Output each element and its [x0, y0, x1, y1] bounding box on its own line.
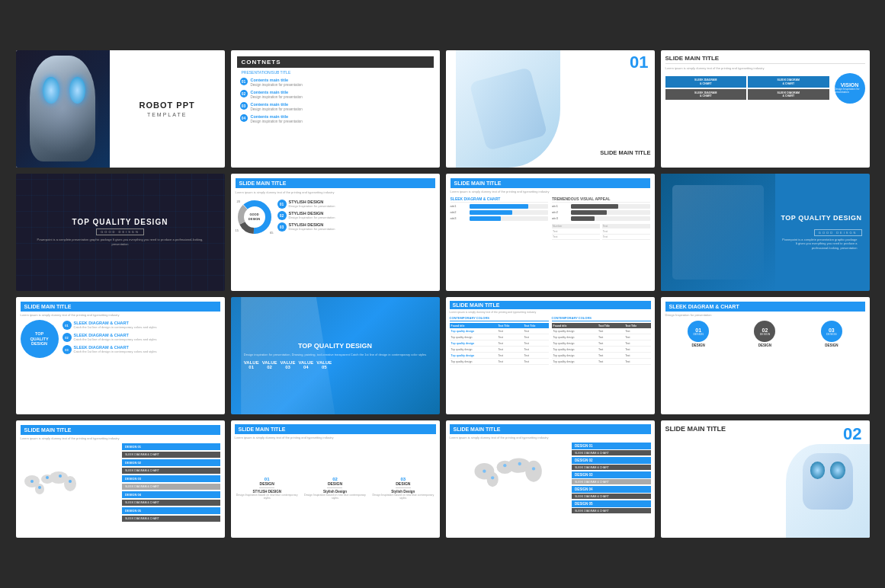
- slides-grid: ROBOT PPT TEMPLATE CONTNETS PRESENTATION…: [16, 50, 870, 538]
- bar-row-3: attr3: [451, 216, 549, 221]
- th-1-1: Found title: [450, 323, 497, 328]
- vision-subtext: Design Inspiration for presentation: [835, 88, 865, 94]
- circle-item-sub-2: Catch the 1st line of design in contempo…: [74, 337, 157, 341]
- design-item-2: 02 STYLISH DESIGN Design Inspiration for…: [277, 211, 335, 220]
- val-num-5: VALUE05: [316, 360, 332, 369]
- slide-8[interactable]: TOP QUALITY DESIGN GOOD DEISGN Powerpoin…: [661, 174, 870, 291]
- dl-4: DESIGN 04: [572, 486, 651, 493]
- circles-row: 01DESIGN DESIGN 02DESIGN DESIGN 03DESIGN…: [665, 321, 865, 347]
- pie-sub: Lorem ipsum is simply dummy text of the …: [21, 436, 220, 440]
- svg-point-19: [483, 470, 486, 473]
- bar-outer-2: [470, 210, 549, 215]
- circle-item-d1: 01DESIGN DESIGN: [688, 321, 709, 347]
- val-num-4: VALUE04: [298, 360, 313, 369]
- table-1: Found titleText TitleText Title Top qual…: [450, 323, 549, 365]
- donut-sub: Lorem ipsum is simply dummy text of the …: [236, 190, 435, 194]
- circle-item-2: 02 SLEEK DIAGRAM & CHART Catch the 1st l…: [63, 333, 220, 342]
- bar-outer-5: [571, 210, 650, 215]
- slide-2[interactable]: CONTNETS PRESENTATION/SUB TITLE 01 Conte…: [231, 50, 440, 168]
- svg-point-21: [518, 462, 521, 465]
- slide-13[interactable]: SLIDE MAIN TITLE Lorem ipsum is simply d…: [16, 420, 225, 538]
- th-2-2: Text Title: [597, 323, 624, 328]
- robot-person-image: [661, 174, 776, 291]
- design-list-3: DESIGN 03: [122, 475, 220, 482]
- quality-blue-desc: Powerpoint is a complete presentation gr…: [781, 238, 857, 251]
- bar-label-2: attr2: [451, 210, 470, 214]
- d-line-1: [259, 487, 274, 488]
- slide-12[interactable]: SLEEK DIAGRAM & CHART Design Inspiration…: [661, 297, 870, 414]
- bars-sections: SLEEK DIAGRAM & CHART attr1 attr2 attr3 …: [451, 197, 650, 240]
- bar-label-1: attr1: [451, 204, 470, 208]
- vision-diagram: SLEEK DIAGRAM& CHART SLEEK DIAGRAM& CHAR…: [665, 73, 865, 104]
- d-line-3: [396, 487, 411, 488]
- map-list-top-bar: SLIDE MAIN TITLE: [450, 424, 651, 434]
- svg-point-12: [69, 480, 72, 483]
- item-circle-1: 01: [277, 200, 287, 209]
- tbl-header-2: CONTEMPORARY COLORS: [552, 316, 651, 321]
- svg-point-18: [486, 472, 498, 487]
- d-sub-1: Design Inspiration based on new blue con…: [235, 494, 300, 500]
- design-list-items: DESIGN 01 SLEEK DIAGRAM & CHART DESIGN 0…: [122, 443, 220, 522]
- dl-3: DESIGN 03: [572, 471, 651, 478]
- slide-3[interactable]: 01 SLIDE MAIN TITLE: [446, 50, 655, 168]
- bar-outer-6: [571, 216, 650, 221]
- circle-sub: Lorem ipsum is simply dummy text of the …: [21, 313, 220, 317]
- slide-4[interactable]: SLIDE MAIN TITLE Lorem ipsum is simply d…: [661, 50, 870, 168]
- c2-label: DESIGN: [760, 333, 770, 336]
- vision-sub: Lorem ipsum is simply dummy text of the …: [665, 66, 865, 70]
- bar-fill-5: [571, 210, 607, 215]
- val-5: VALUE05: [316, 360, 332, 369]
- bar-fill-1: [470, 204, 529, 209]
- pie-content: DESIGN 01 SLEEK DIAGRAM & CHART DESIGN 0…: [21, 443, 220, 522]
- design-items: 01 STYLISH DESIGN Design Inspiration for…: [277, 200, 335, 234]
- design-num-sub: Lorem ipsum is simply dummy text of the …: [235, 436, 436, 439]
- c3-design-label: DESIGN: [825, 344, 838, 347]
- donut-top-bar: SLIDE MAIN TITLE: [236, 178, 435, 188]
- slide-14[interactable]: SLIDE MAIN TITLE Lorem ipsum is simply d…: [231, 420, 440, 538]
- donut-chart: GOODDESIGN 20 15 65: [236, 198, 274, 236]
- slide-16[interactable]: 02 SLIDE MAIN TITLE: [661, 420, 870, 538]
- dl-sub-3: SLEEK DIAGRAM & CHART: [572, 479, 651, 484]
- item-sub-4: Design inspiration for presentation: [251, 120, 303, 123]
- circle-num-3: 03: [63, 345, 72, 354]
- map-svg: [450, 443, 568, 496]
- slide-6[interactable]: SLIDE MAIN TITLE Lorem ipsum is simply d…: [231, 174, 440, 291]
- vision-top-title: SLIDE MAIN TITLE: [665, 55, 865, 64]
- item-circle-3: 03: [277, 222, 287, 232]
- slide-9[interactable]: SLIDE MAIN TITLE Lorem ipsum is simply d…: [16, 297, 225, 414]
- slide-11[interactable]: SLIDE MAIN TITLE Lorem ipsum is simply d…: [446, 297, 655, 414]
- svg-point-9: [30, 480, 34, 483]
- slide-5[interactable]: TOP QUALITY DESIGN GOOD DEISGN Powerpoin…: [16, 174, 225, 291]
- diagram-circle-2: 02DESIGN: [754, 321, 775, 342]
- slide-10[interactable]: TOP QUALITY DESIGN Design inspiration fo…: [231, 297, 440, 414]
- c3-label: DESIGN: [826, 333, 836, 336]
- robot-blue-text: TOP QUALITY DESIGN Design inspiration fo…: [240, 342, 430, 369]
- content-item-4: 04 Contents main title Design inspiratio…: [237, 114, 434, 123]
- map-container: [450, 443, 568, 513]
- slide-number: 01: [630, 54, 648, 71]
- item-sub-2: Design inspiration for presentation: [251, 95, 303, 99]
- th-1-3: Text Title: [522, 323, 548, 328]
- d-sub-2: Design Inspiration based on new blue con…: [303, 494, 367, 500]
- val-1: VALUE01: [244, 360, 259, 369]
- world-map-svg: [21, 462, 82, 500]
- item-num-3: 03: [240, 102, 248, 110]
- slide-7[interactable]: SLIDE MAIN TITLE Lorem ipsum is simply d…: [446, 174, 655, 291]
- box-3: SLEEK DIAGRAM& CHART: [665, 89, 747, 100]
- content-item-2: 02 Contents main title Design inspiratio…: [237, 90, 434, 99]
- design-list-1: DESIGN 01: [122, 443, 220, 450]
- slide-15[interactable]: SLIDE MAIN TITLE Lorem ipsum is simply d…: [446, 420, 655, 538]
- d-sub-3: Design Inspiration based on new blue con…: [370, 494, 435, 500]
- donut-num-top: 20: [237, 200, 240, 203]
- robot-right-image: [786, 444, 870, 538]
- box-1: SLEEK DIAGRAM& CHART: [665, 76, 747, 87]
- svg-point-17: [525, 461, 542, 482]
- slide-1[interactable]: ROBOT PPT TEMPLATE: [16, 50, 225, 168]
- robot-blue-title: TOP QUALITY DESIGN: [244, 342, 426, 350]
- bar-fill-3: [470, 216, 501, 221]
- design-list-sub-3: SLEEK DIAGRAM & CHART: [122, 484, 220, 490]
- d-line-2: [327, 487, 342, 488]
- circle-item-d3: 03DESIGN DESIGN: [821, 321, 842, 347]
- item-title-3: Contents main title: [251, 102, 303, 107]
- bars-section-2: TREMENDOUS VISUAL APPEAL attr1 attr2 att…: [552, 197, 650, 240]
